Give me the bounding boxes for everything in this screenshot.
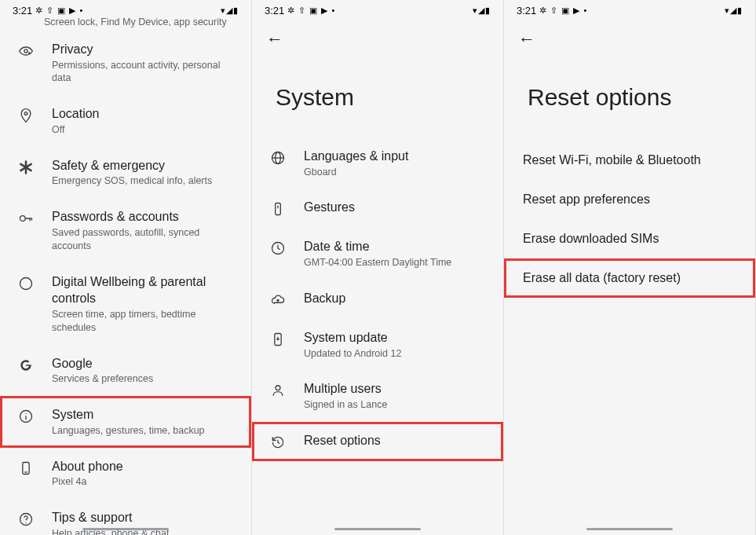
- item-wellbeing[interactable]: Digital Wellbeing & parental controls Sc…: [0, 263, 251, 345]
- status-left-icons: ✲ ⇧ ▣ ▶ •: [287, 5, 335, 16]
- item-system[interactable]: System Languages, gestures, time, backup: [0, 396, 251, 447]
- item-sub: Emergency SOS, medical info, alerts: [52, 174, 236, 188]
- item-title: Privacy: [52, 41, 236, 58]
- svg-point-3: [20, 216, 26, 222]
- person-icon: [269, 382, 287, 399]
- clock-icon: [269, 240, 287, 257]
- svg-point-11: [25, 522, 26, 522]
- item-date-time[interactable]: Date & time GMT-04:00 Eastern Daylight T…: [252, 228, 503, 279]
- settings-list: Privacy Permissions, account activity, p…: [0, 31, 251, 535]
- item-title: Google: [52, 355, 236, 372]
- status-time: 3:21: [265, 5, 284, 16]
- item-erase-sims[interactable]: Erase downloaded SIMs: [504, 219, 755, 258]
- reset-icon: [269, 434, 287, 451]
- nav-handle[interactable]: [586, 528, 673, 530]
- item-languages[interactable]: Languages & input Gboard: [252, 137, 503, 189]
- item-sub: Updated to Android 12: [304, 347, 488, 361]
- page-title: System: [252, 49, 503, 137]
- item-backup[interactable]: Backup: [252, 280, 503, 319]
- truncated-subtitle: Screen lock, Find My Device, app securit…: [0, 16, 251, 27]
- item-multiple-users[interactable]: Multiple users Signed in as Lance: [252, 370, 503, 421]
- item-gestures[interactable]: Gestures: [252, 189, 503, 228]
- status-bar: 3:21 ✲ ⇧ ▣ ▶ • ▾◢▮: [0, 0, 251, 18]
- wellbeing-icon: [17, 275, 35, 292]
- item-reset-options[interactable]: Reset options: [252, 422, 503, 461]
- info-icon: [17, 408, 35, 425]
- item-google[interactable]: Google Services & preferences: [0, 345, 251, 396]
- update-icon: [269, 331, 287, 348]
- svg-rect-15: [276, 203, 281, 215]
- item-safety[interactable]: Safety & emergency Emergency SOS, medica…: [0, 147, 251, 198]
- item-title: System update: [304, 329, 488, 346]
- google-icon: [17, 357, 35, 374]
- status-time: 3:21: [13, 5, 32, 16]
- item-factory-reset[interactable]: Erase all data (factory reset): [504, 258, 755, 298]
- svg-point-2: [24, 112, 27, 115]
- svg-point-0: [24, 49, 27, 53]
- status-bar: 3:21 ✲ ⇧ ▣ ▶ • ▾◢▮: [252, 0, 503, 18]
- globe-icon: [269, 149, 287, 167]
- item-title: Passwords & accounts: [52, 208, 236, 225]
- page-title: Reset options: [504, 49, 755, 137]
- item-title: Location: [52, 105, 236, 123]
- item-about-phone[interactable]: About phone Pixel 4a: [0, 448, 251, 499]
- item-reset-app-prefs[interactable]: Reset app preferences: [504, 180, 755, 219]
- cloud-icon: [269, 291, 287, 309]
- item-title: Safety & emergency: [52, 157, 236, 174]
- nav-handle[interactable]: [334, 528, 421, 530]
- item-sub: Off: [52, 123, 236, 137]
- reset-list: Reset Wi-Fi, mobile & Bluetooth Reset ap…: [504, 137, 755, 298]
- back-button[interactable]: ←: [266, 29, 283, 49]
- status-right-icons: ▾◢▮: [725, 5, 743, 16]
- item-title: Backup: [304, 290, 488, 307]
- status-time: 3:21: [517, 5, 536, 16]
- screen-settings: 3:21 ✲ ⇧ ▣ ▶ • ▾◢▮ Screen lock, Find My …: [0, 0, 252, 535]
- privacy-icon: [17, 42, 35, 60]
- status-left-icons: ✲ ⇧ ▣ ▶ •: [35, 5, 83, 16]
- item-title: Languages & input: [304, 148, 488, 165]
- item-reset-network[interactable]: Reset Wi-Fi, mobile & Bluetooth: [504, 141, 755, 180]
- item-sub: Permissions, account activity, personal …: [52, 59, 236, 86]
- item-system-update[interactable]: System update Updated to Android 12: [252, 319, 503, 370]
- status-bar: 3:21 ✲ ⇧ ▣ ▶ • ▾◢▮: [504, 0, 755, 18]
- asterisk-icon: [17, 159, 35, 176]
- svg-point-18: [276, 386, 280, 390]
- system-list: Languages & input Gboard Gestures Date &…: [252, 137, 503, 461]
- item-privacy[interactable]: Privacy Permissions, account activity, p…: [0, 31, 251, 95]
- status-left-icons: ✲ ⇧ ▣ ▶ •: [539, 5, 587, 16]
- item-location[interactable]: Location Off: [0, 95, 251, 146]
- status-right-icons: ▾◢▮: [221, 5, 239, 16]
- item-title: About phone: [52, 458, 236, 475]
- item-title: System: [52, 406, 236, 423]
- item-sub: Pixel 4a: [52, 475, 236, 489]
- item-title: Digital Wellbeing & parental controls: [52, 273, 236, 307]
- item-title: Gestures: [304, 199, 488, 216]
- gesture-icon: [269, 200, 287, 218]
- help-icon: [17, 511, 35, 528]
- item-sub: Gboard: [304, 166, 488, 179]
- screen-system: 3:21 ✲ ⇧ ▣ ▶ • ▾◢▮ ← System Languages & …: [252, 0, 504, 535]
- status-right-icons: ▾◢▮: [473, 5, 491, 16]
- item-passwords[interactable]: Passwords & accounts Saved passwords, au…: [0, 198, 251, 262]
- phone-icon: [17, 460, 35, 477]
- item-title: Reset options: [304, 432, 488, 449]
- item-title: Date & time: [304, 238, 488, 255]
- svg-point-4: [20, 277, 32, 289]
- item-sub: Services & preferences: [52, 372, 236, 386]
- back-button[interactable]: ←: [518, 29, 535, 49]
- item-sub: Saved passwords, autofill, synced accoun…: [52, 226, 236, 253]
- svg-point-1: [28, 52, 31, 54]
- item-sub: GMT-04:00 Eastern Daylight Time: [304, 256, 488, 269]
- location-icon: [17, 107, 35, 124]
- nav-handle[interactable]: [82, 528, 169, 530]
- key-icon: [17, 210, 35, 227]
- item-sub: Signed in as Lance: [304, 398, 488, 412]
- screen-reset-options: 3:21 ✲ ⇧ ▣ ▶ • ▾◢▮ ← Reset options Reset…: [504, 0, 756, 535]
- item-title: Tips & support: [52, 509, 236, 526]
- svg-point-7: [25, 413, 26, 414]
- item-sub: Languages, gestures, time, backup: [52, 424, 236, 438]
- item-title: Multiple users: [304, 380, 488, 398]
- item-sub: Screen time, app timers, bedtime schedul…: [52, 308, 236, 335]
